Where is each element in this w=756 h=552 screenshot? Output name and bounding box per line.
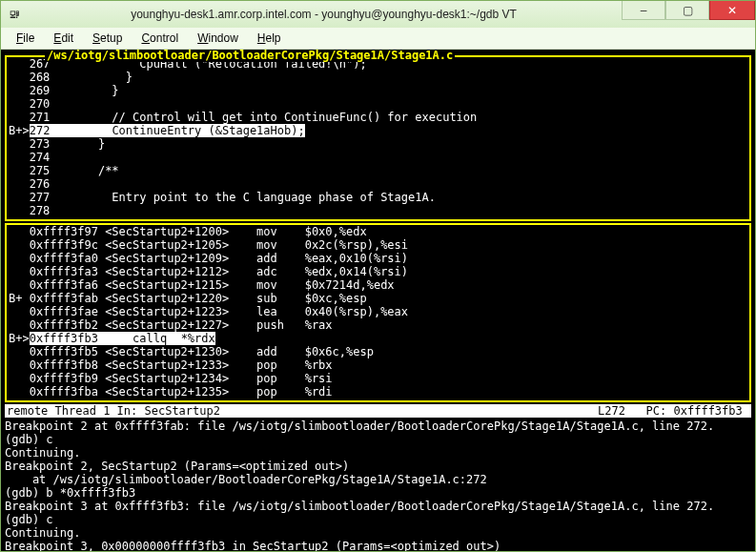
terminal[interactable]: /ws/iotg/slimbootloader/BootloaderCorePk… <box>1 50 755 551</box>
asm-line: 0xffff3fb5 <SecStartup2+1230> add $0x6c,… <box>9 345 747 358</box>
status-right: L272 PC: 0xffff3fb3 <box>598 404 749 418</box>
asm-line: 0xffff3fb2 <SecStartup2+1227> push %rax <box>9 318 747 332</box>
asm-line: 0xffff3fae <SecStartup2+1223> lea 0x40(%… <box>9 305 747 318</box>
menu-file[interactable]: File <box>7 30 44 47</box>
source-line: 277 Entry point to the C language phase … <box>9 191 747 204</box>
asm-line: B+ 0xffff3fab <SecStartup2+1220> sub $0x… <box>9 292 747 305</box>
source-line: 270 <box>9 97 747 111</box>
source-line: 268 } <box>9 71 747 84</box>
source-line: 269 } <box>9 84 747 97</box>
menu-help[interactable]: Help <box>248 30 291 47</box>
source-line: 274 <box>9 151 747 164</box>
asm-line: 0xffff3fba <SecStartup2+1235> pop %rdi <box>9 385 747 399</box>
source-line: 275 /** <box>9 164 747 177</box>
source-line: 271 // Control will get into ContinueFun… <box>9 111 747 124</box>
window-buttons: – ▢ ✕ <box>622 1 755 28</box>
asm-line: 0xffff3fa6 <SecStartup2+1215> mov $0x721… <box>9 278 747 292</box>
asm-pane: 0xffff3f97 <SecStartup2+1200> mov $0x0,%… <box>5 223 751 402</box>
source-pane: /ws/iotg/slimbootloader/BootloaderCorePk… <box>5 55 751 221</box>
status-left: remote Thread 1 In: SecStartup2 <box>7 404 598 418</box>
asm-line: 0xffff3fb9 <SecStartup2+1234> pop %rsi <box>9 372 747 385</box>
asm-line: B+>0xffff3fb3 callq *%rdx <box>9 332 747 345</box>
maximize-button[interactable]: ▢ <box>665 1 709 20</box>
source-pane-title: /ws/iotg/slimbootloader/BootloaderCorePk… <box>45 50 455 62</box>
titlebar[interactable]: 🖳 younghyu-desk1.amr.corp.intel.com - yo… <box>1 1 755 28</box>
asm-line: 0xffff3fb8 <SecStartup2+1233> pop %rbx <box>9 358 747 372</box>
close-button[interactable]: ✕ <box>709 1 755 20</box>
menubar: File Edit Setup Control Window Help <box>1 28 755 50</box>
output-line: Continuing. <box>5 446 751 460</box>
asm-line: 0xffff3f9c <SecStartup2+1205> mov 0x2c(%… <box>9 238 747 252</box>
minimize-button[interactable]: – <box>622 1 665 20</box>
source-lines: 267 CpuHalt ("Relocation failed!\n"); 26… <box>9 57 747 217</box>
status-bar: remote Thread 1 In: SecStartup2 L272 PC:… <box>5 404 751 418</box>
asm-line: 0xffff3fa0 <SecStartup2+1209> add %eax,0… <box>9 252 747 265</box>
app-icon: 🖳 <box>7 7 22 22</box>
menu-control[interactable]: Control <box>132 30 188 47</box>
output-line: Breakpoint 2 at 0xffff3fab: file /ws/iot… <box>5 419 751 433</box>
output-line: at /ws/iotg/slimbootloader/BootloaderCor… <box>5 473 751 486</box>
asm-line: 0xffff3fa3 <SecStartup2+1212> adc %edx,0… <box>9 265 747 278</box>
window-frame: 🖳 younghyu-desk1.amr.corp.intel.com - yo… <box>0 0 756 552</box>
menu-window[interactable]: Window <box>188 30 248 47</box>
output-line: (gdb) c <box>5 513 751 526</box>
output-line: (gdb) c <box>5 433 751 446</box>
output-line: Breakpoint 3 at 0xffff3fb3: file /ws/iot… <box>5 500 751 513</box>
source-line: B+>272 ContinueEntry (&Stage1aHob); <box>9 124 747 137</box>
source-line: 278 <box>9 204 747 217</box>
source-line: 273 } <box>9 137 747 151</box>
output-line: Breakpoint 3, 0x00000000ffff3fb3 in SecS… <box>5 540 751 551</box>
menu-setup[interactable]: Setup <box>83 30 132 47</box>
menu-edit[interactable]: Edit <box>44 30 83 47</box>
asm-lines: 0xffff3f97 <SecStartup2+1200> mov $0x0,%… <box>9 225 747 399</box>
window-title: younghyu-desk1.amr.corp.intel.com - youn… <box>26 8 622 21</box>
asm-line: 0xffff3f97 <SecStartup2+1200> mov $0x0,%… <box>9 225 747 238</box>
output-line: Breakpoint 2, SecStartup2 (Params=<optim… <box>5 460 751 473</box>
output-line: (gdb) b *0xffff3fb3 <box>5 486 751 500</box>
output-line: Continuing. <box>5 526 751 540</box>
gdb-output: Breakpoint 2 at 0xffff3fab: file /ws/iot… <box>5 418 751 551</box>
source-line: 276 <box>9 177 747 191</box>
